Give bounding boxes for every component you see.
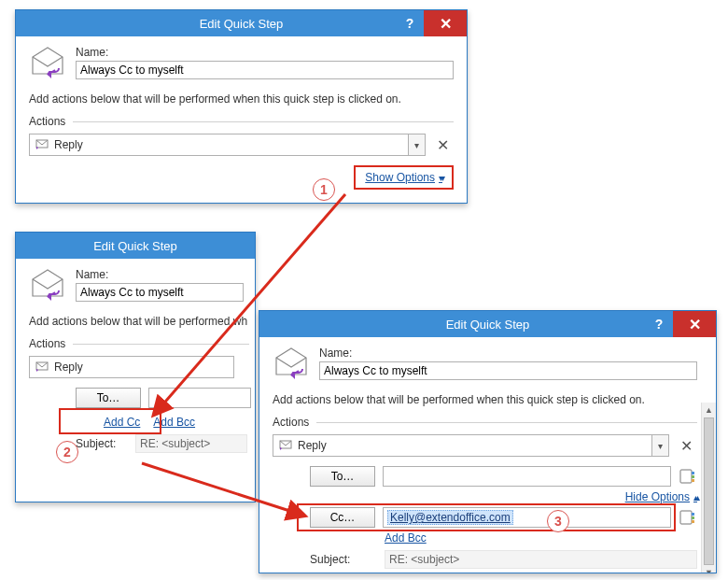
envelope-reply-icon xyxy=(29,46,66,83)
to-button[interactable]: To… xyxy=(310,466,375,487)
step-marker-3: 3 xyxy=(547,510,569,532)
add-bcc-link[interactable]: Add Bcc xyxy=(153,416,195,429)
dialog-1: Edit Quick Step ? ✕ Name: Add actions be… xyxy=(15,9,468,204)
reply-icon xyxy=(279,438,292,454)
instruction-text: Add actions below that will be performed… xyxy=(29,315,249,328)
action-combo[interactable]: Reply xyxy=(29,356,234,378)
divider xyxy=(73,344,249,345)
help-button[interactable]: ? xyxy=(645,311,673,337)
name-input[interactable] xyxy=(76,61,454,79)
action-label: Reply xyxy=(54,138,83,151)
address-book-icon[interactable] xyxy=(679,467,697,486)
divider xyxy=(73,121,454,122)
to-field[interactable] xyxy=(148,388,251,408)
scroll-thumb[interactable] xyxy=(704,417,714,565)
remove-action-button[interactable]: ✕ xyxy=(675,434,697,457)
step-marker-2: 2 xyxy=(56,441,78,463)
instruction-text: Add actions below that will be performed… xyxy=(273,393,697,406)
svg-rect-9 xyxy=(680,470,692,483)
reply-icon xyxy=(35,137,49,153)
scrollbar[interactable]: ▲ ▼ xyxy=(701,403,716,573)
dialog-title: Edit Quick Step xyxy=(446,318,530,332)
svg-rect-13 xyxy=(680,511,692,524)
name-label: Name: xyxy=(76,268,249,281)
to-field[interactable] xyxy=(383,466,671,487)
action-combo[interactable]: Reply ▾ xyxy=(273,434,669,457)
action-combo[interactable]: Reply ▾ xyxy=(29,134,426,156)
svg-rect-12 xyxy=(692,479,694,482)
svg-rect-15 xyxy=(692,516,694,519)
dialog-2: Edit Quick Step Name: Add actions below … xyxy=(15,232,256,502)
double-chevron-up-icon: ▴▴ xyxy=(693,492,697,502)
chevron-down-icon[interactable]: ▾ xyxy=(651,435,668,456)
add-cc-link[interactable]: Add Cc xyxy=(104,416,140,429)
cc-recipient[interactable]: Kelly@extendoffice.com xyxy=(387,510,513,525)
action-label: Reply xyxy=(54,361,83,374)
hide-options-link[interactable]: Hide Options ▴▴ xyxy=(625,490,697,503)
subject-field xyxy=(135,434,247,453)
actions-label: Actions xyxy=(29,337,65,350)
close-button[interactable]: ✕ xyxy=(424,10,467,36)
divider xyxy=(316,422,697,423)
titlebar: Edit Quick Step ? ✕ xyxy=(259,311,716,337)
add-bcc-link[interactable]: Add Bcc xyxy=(385,531,427,545)
name-label: Name: xyxy=(319,347,697,360)
scroll-down-icon[interactable]: ▼ xyxy=(702,565,716,573)
close-button[interactable]: ✕ xyxy=(673,311,716,337)
name-input[interactable] xyxy=(319,361,697,380)
reply-icon xyxy=(35,360,49,375)
cc-button[interactable]: Cc… xyxy=(310,507,375,528)
show-options-link[interactable]: Show Options ▾▾ xyxy=(365,171,442,184)
remove-action-button[interactable]: ✕ xyxy=(431,134,454,156)
dialog-3: Edit Quick Step ? ✕ Name: Add actions be… xyxy=(259,310,717,573)
titlebar: Edit Quick Step xyxy=(16,233,255,259)
subject-label: Subject: xyxy=(310,553,377,566)
envelope-reply-icon xyxy=(29,268,66,305)
scroll-up-icon[interactable]: ▲ xyxy=(702,403,716,417)
dialog-title: Edit Quick Step xyxy=(93,239,177,253)
svg-rect-10 xyxy=(692,472,694,474)
dialog-title: Edit Quick Step xyxy=(200,17,284,31)
help-button[interactable]: ? xyxy=(396,10,424,36)
cc-field[interactable]: Kelly@extendoffice.com xyxy=(383,507,671,528)
instruction-text: Add actions below that will be performed… xyxy=(29,92,454,106)
name-label: Name: xyxy=(76,46,454,59)
titlebar: Edit Quick Step ? ✕ xyxy=(16,10,467,36)
to-button[interactable]: To… xyxy=(76,388,141,408)
svg-rect-14 xyxy=(692,513,694,516)
chevron-down-icon[interactable]: ▾ xyxy=(408,134,425,155)
subject-field xyxy=(385,550,697,569)
svg-rect-11 xyxy=(692,475,694,478)
actions-label: Actions xyxy=(29,115,65,128)
step-marker-1: 1 xyxy=(313,178,335,201)
name-input[interactable] xyxy=(76,283,244,302)
actions-label: Actions xyxy=(273,416,309,429)
action-label: Reply xyxy=(298,439,327,452)
envelope-reply-icon xyxy=(273,347,310,384)
svg-rect-16 xyxy=(692,520,694,523)
subject-label: Subject: xyxy=(76,437,128,450)
double-chevron-down-icon: ▾▾ xyxy=(439,173,442,183)
address-book-icon[interactable] xyxy=(679,508,697,527)
